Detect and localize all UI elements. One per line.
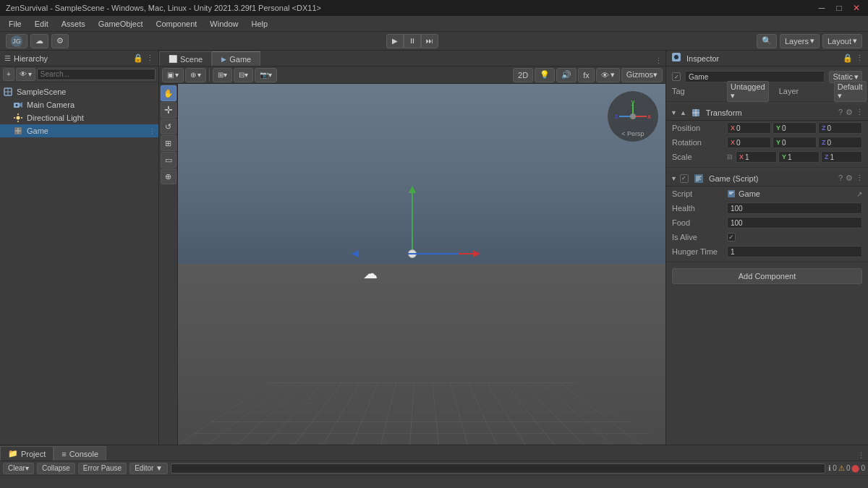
console-search-input[interactable] — [171, 463, 825, 474]
tab-game[interactable]: ▶ Game — [212, 51, 260, 66]
food-input[interactable] — [727, 217, 862, 228]
scene-camera-button[interactable]: 📷▾ — [255, 68, 277, 82]
scene-lighting-button[interactable]: 💡 — [535, 68, 555, 82]
menu-assets[interactable]: Assets — [56, 18, 91, 30]
viewport-orientation-gizmo[interactable]: y x z < Persp — [608, 91, 658, 142]
menu-component[interactable]: Component — [150, 18, 203, 30]
pause-button[interactable]: ⏸ — [404, 34, 421, 48]
clear-label: Clear — [8, 464, 25, 472]
tool-scale[interactable]: ⊞ — [161, 135, 176, 151]
eye-icon: 👁 — [20, 70, 27, 78]
menubar: File Edit Assets GameObject Component Wi… — [0, 16, 868, 32]
menu-gameobject[interactable]: GameObject — [93, 18, 149, 30]
script-settings-icon[interactable]: ⚙ — [846, 174, 853, 183]
close-button[interactable]: ✕ — [851, 2, 862, 14]
transform-settings-icon[interactable]: ⚙ — [846, 108, 853, 117]
step-button[interactable]: ⏭ — [421, 34, 438, 48]
scene-2d-button[interactable]: 2D — [513, 68, 533, 82]
hierarchy-item-maincamera[interactable]: Main Camera — [0, 98, 158, 111]
scene-audio-button[interactable]: 🔊 — [556, 68, 576, 82]
tool-move[interactable]: ✛ — [161, 102, 176, 118]
scale-y-field[interactable]: Y 1 — [778, 151, 820, 163]
minimize-button[interactable]: ─ — [816, 2, 827, 14]
scene-hidden-button[interactable]: 👁▾ — [596, 68, 620, 82]
menu-edit[interactable]: Edit — [29, 18, 54, 30]
filter-dropdown-icon: ▾ — [28, 70, 32, 78]
x-label: X — [731, 124, 735, 132]
script-help-icon[interactable]: ? — [838, 174, 843, 183]
account-button[interactable]: JG — [6, 34, 27, 48]
rotation-z-field[interactable]: Z 0 — [818, 137, 862, 148]
script-active-checkbox[interactable] — [680, 174, 689, 183]
tool-hand[interactable]: ✋ — [161, 85, 176, 101]
health-input[interactable] — [727, 202, 862, 214]
hierarchy-item-directionallight[interactable]: Directional Light — [0, 111, 158, 124]
transform-header[interactable]: ▼ ▲ Transform ? ⚙ ⋮ — [666, 105, 868, 121]
search-button[interactable]: 🔍 — [757, 34, 777, 48]
scene-gizmos-toggle[interactable]: Gizmos▾ — [621, 68, 663, 82]
scene-gizmos-button[interactable]: ⊕▾ — [185, 68, 206, 82]
add-component-button[interactable]: Add Component — [672, 268, 862, 284]
transform-help-icon[interactable]: ? — [838, 108, 843, 117]
scene-viewport[interactable]: ☁ — [178, 84, 665, 445]
position-z-field[interactable]: Z 0 — [818, 122, 862, 134]
layout-button[interactable]: Layout ▾ — [822, 34, 862, 48]
settings-button[interactable]: ⚙ — [51, 34, 69, 48]
script-menu-icon[interactable]: ⋮ — [856, 174, 864, 183]
menu-file[interactable]: File — [3, 18, 27, 30]
hierarchy-lock-icon[interactable]: 🔒 — [133, 53, 143, 63]
scene-fx-button[interactable]: fx — [578, 68, 595, 82]
rotation-x-field[interactable]: X 0 — [727, 137, 771, 148]
menu-window[interactable]: Window — [204, 18, 244, 30]
hierarchy-menu-icon[interactable]: ⋮ — [146, 53, 154, 63]
gameobject-active-checkbox[interactable] — [672, 72, 681, 81]
scene-shading-button[interactable]: ▣▾ — [162, 68, 184, 82]
hierarchy-filter-button[interactable]: 👁 ▾ — [16, 68, 35, 81]
tag-dropdown[interactable]: Untagged ▾ — [727, 81, 769, 102]
layers-button[interactable]: Layers ▾ — [780, 34, 820, 48]
hierarchy-item-game[interactable]: Game ⋮ — [0, 124, 158, 137]
menu-help[interactable]: Help — [245, 18, 273, 30]
editor-dropdown-button[interactable]: Editor ▼ — [129, 463, 168, 474]
hierarchy-search-input[interactable] — [37, 69, 156, 80]
inspector-menu-icon[interactable]: ⋮ — [856, 53, 864, 63]
collapse-button[interactable]: Collapse — [37, 463, 75, 474]
scale-x-field[interactable]: X 1 — [736, 151, 777, 163]
tag-label: Tag — [672, 87, 723, 95]
script-goto-icon[interactable]: ↗ — [856, 189, 862, 198]
is-alive-checkbox[interactable] — [727, 233, 736, 241]
position-y-field[interactable]: Y 0 — [773, 122, 817, 134]
scene-icon — [3, 87, 13, 97]
gizmo-inner: y x z — [615, 98, 651, 134]
position-x-field[interactable]: X 0 — [727, 122, 771, 134]
scene-area: ⬜ Scene ▶ Game ⋮ ▣▾ ⊕▾ ⊞▾ ⊟▾ 📷▾ 2D — [159, 51, 665, 445]
hierarchy-item-menu-icon[interactable]: ⋮ — [149, 128, 156, 135]
inspector-lock-icon[interactable]: 🔒 — [843, 53, 853, 63]
tab-project[interactable]: 📁 Project — [0, 446, 54, 461]
search-icon: 🔍 — [762, 36, 772, 46]
scale-z-field[interactable]: Z 1 — [821, 151, 862, 163]
gizmo-z-label: z — [615, 113, 618, 120]
scene-grid-button[interactable]: ⊞▾ — [213, 68, 232, 82]
hierarchy-header-icons: 🔒 ⋮ — [133, 53, 154, 63]
game-script-header[interactable]: ▼ Game (Script) ? ⚙ ⋮ — [666, 171, 868, 187]
scene-area-menu-icon[interactable]: ⋮ — [655, 56, 663, 66]
transform-menu-icon[interactable]: ⋮ — [856, 108, 864, 117]
play-button[interactable]: ▶ — [386, 34, 404, 48]
maximize-button[interactable]: □ — [833, 2, 845, 14]
hierarchy-item-samplescene[interactable]: SampleScene — [0, 85, 158, 98]
hierarchy-add-button[interactable]: + — [3, 68, 14, 81]
clear-button[interactable]: Clear ▾ — [3, 463, 34, 474]
tab-console[interactable]: ≡ Console — [54, 446, 106, 461]
error-pause-button[interactable]: Error Pause — [78, 463, 127, 474]
tab-scene[interactable]: ⬜ Scene — [159, 51, 212, 66]
scene-snap-button[interactable]: ⊟▾ — [234, 68, 253, 82]
rotation-y-field[interactable]: Y 0 — [773, 137, 817, 148]
tool-transform[interactable]: ⊕ — [161, 168, 176, 184]
tool-rotate[interactable]: ↺ — [161, 119, 176, 134]
cloud-button[interactable]: ☁ — [30, 34, 48, 48]
layer-dropdown[interactable]: Default ▾ — [834, 81, 867, 102]
tool-rect[interactable]: ▭ — [161, 152, 176, 168]
hunger-time-input[interactable] — [727, 246, 862, 257]
bottom-tabs-menu-icon[interactable]: ⋮ — [857, 451, 865, 461]
